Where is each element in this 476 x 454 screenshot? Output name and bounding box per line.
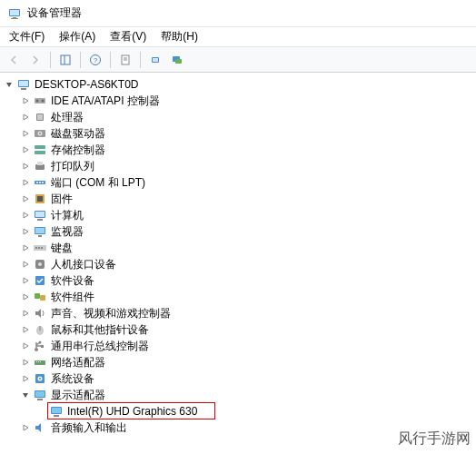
device-label: Intel(R) UHD Graphics 630 bbox=[67, 405, 197, 418]
svg-rect-71 bbox=[54, 415, 59, 417]
tree-category[interactable]: 鼠标和其他指针设备 bbox=[2, 321, 474, 338]
scan-hardware-button[interactable] bbox=[145, 50, 165, 70]
svg-rect-67 bbox=[35, 391, 45, 397]
window-title: 设备管理器 bbox=[27, 5, 82, 21]
tree-category[interactable]: 网络适配器 bbox=[2, 354, 474, 370]
ide-icon bbox=[33, 94, 47, 108]
svg-rect-27 bbox=[35, 151, 45, 154]
expander-icon[interactable] bbox=[18, 241, 33, 255]
svg-rect-37 bbox=[35, 212, 45, 217]
tree-root[interactable]: DESKTOP-AS6KT0D bbox=[2, 76, 474, 93]
category-label: 键盘 bbox=[51, 241, 73, 256]
tree-category[interactable]: 固件 bbox=[2, 191, 474, 207]
category-label: 人机接口设备 bbox=[51, 257, 116, 272]
menu-file[interactable]: 文件(F) bbox=[4, 27, 50, 46]
tree-category[interactable]: 存储控制器 bbox=[2, 142, 474, 158]
menu-actions[interactable]: 操作(A) bbox=[54, 27, 101, 46]
svg-rect-22 bbox=[37, 114, 43, 120]
category-label: 网络适配器 bbox=[51, 355, 105, 370]
tree-category[interactable]: 显示适配器 bbox=[2, 387, 474, 403]
tree-category[interactable]: IDE ATA/ATAPI 控制器 bbox=[2, 93, 474, 109]
expander-icon[interactable] bbox=[18, 257, 33, 271]
category-label: 通用串行总线控制器 bbox=[51, 339, 149, 354]
storage-icon bbox=[33, 143, 47, 157]
expander-icon[interactable] bbox=[2, 77, 16, 92]
expander-icon[interactable] bbox=[18, 159, 33, 173]
svg-point-53 bbox=[35, 348, 38, 351]
category-label: 存储控制器 bbox=[51, 143, 105, 158]
cpu-icon bbox=[33, 110, 47, 124]
tree-category[interactable]: 系统设备 bbox=[2, 370, 474, 387]
expander-icon[interactable] bbox=[18, 94, 33, 108]
expander-icon[interactable] bbox=[18, 273, 33, 288]
svg-rect-40 bbox=[35, 228, 45, 233]
tree-category[interactable]: 监视器 bbox=[2, 223, 474, 240]
tree-category[interactable]: 端口 (COM 和 LPT) bbox=[2, 174, 474, 191]
svg-point-47 bbox=[38, 262, 42, 266]
toolbar-separator bbox=[50, 52, 51, 68]
expander-icon[interactable] bbox=[18, 175, 33, 190]
svg-point-20 bbox=[42, 100, 45, 103]
tree-category[interactable]: 打印队列 bbox=[2, 158, 474, 174]
svg-rect-29 bbox=[37, 162, 43, 165]
svg-rect-26 bbox=[35, 145, 45, 149]
tree-category[interactable]: 软件组件 bbox=[2, 289, 474, 305]
expander-icon[interactable] bbox=[18, 110, 33, 124]
back-button bbox=[4, 50, 24, 70]
category-label: 处理器 bbox=[51, 110, 84, 125]
show-hide-tree-button[interactable] bbox=[55, 50, 75, 70]
category-label: 打印队列 bbox=[51, 159, 94, 174]
menu-help[interactable]: 帮助(H) bbox=[155, 27, 203, 46]
svg-rect-38 bbox=[37, 219, 43, 221]
svg-rect-61 bbox=[38, 361, 39, 362]
expander-icon[interactable] bbox=[18, 143, 33, 157]
titlebar: 设备管理器 bbox=[0, 0, 476, 27]
expander-icon[interactable] bbox=[18, 388, 33, 402]
expander-spacer bbox=[35, 404, 49, 419]
expander-icon[interactable] bbox=[18, 420, 33, 435]
expander-icon[interactable] bbox=[18, 355, 33, 370]
tree-category[interactable]: 声音、视频和游戏控制器 bbox=[2, 305, 474, 321]
expander-icon[interactable] bbox=[18, 290, 33, 304]
toolbar: ? bbox=[0, 47, 476, 73]
help-button[interactable]: ? bbox=[85, 50, 105, 70]
category-label: 监视器 bbox=[51, 224, 84, 240]
tree-category[interactable]: 通用串行总线控制器 bbox=[2, 338, 474, 354]
menubar: 文件(F) 操作(A) 查看(V) 帮助(H) bbox=[0, 27, 476, 47]
tree-device[interactable]: Intel(R) UHD Graphics 630 bbox=[2, 403, 474, 419]
expander-icon[interactable] bbox=[18, 322, 33, 337]
tree-category[interactable]: 处理器 bbox=[2, 109, 474, 125]
devices-printers-button[interactable] bbox=[167, 50, 187, 70]
expander-icon[interactable] bbox=[18, 224, 33, 239]
svg-rect-14 bbox=[175, 59, 182, 64]
category-label: 磁盘驱动器 bbox=[51, 126, 105, 142]
tree-category[interactable]: 键盘 bbox=[2, 240, 474, 256]
svg-point-19 bbox=[36, 100, 39, 103]
svg-point-25 bbox=[39, 133, 41, 134]
svg-point-65 bbox=[39, 378, 41, 380]
expander-icon[interactable] bbox=[18, 208, 33, 222]
category-label: 声音、视频和游戏控制器 bbox=[51, 306, 171, 321]
tree-category[interactable]: 人机接口设备 bbox=[2, 256, 474, 272]
svg-point-32 bbox=[39, 182, 41, 183]
svg-rect-58 bbox=[41, 345, 44, 348]
svg-rect-43 bbox=[35, 247, 37, 249]
tree-category[interactable]: 软件设备 bbox=[2, 272, 474, 289]
expander-icon[interactable] bbox=[18, 339, 33, 353]
svg-rect-12 bbox=[153, 58, 158, 62]
tree-category[interactable]: 磁盘驱动器 bbox=[2, 125, 474, 142]
tree-category[interactable]: 计算机 bbox=[2, 207, 474, 223]
keyboard-icon bbox=[33, 241, 47, 255]
expander-icon[interactable] bbox=[18, 192, 33, 206]
expander-icon[interactable] bbox=[18, 306, 33, 321]
hid-icon bbox=[33, 257, 47, 271]
expander-icon[interactable] bbox=[18, 371, 33, 386]
properties-button[interactable] bbox=[115, 50, 135, 70]
computer-icon bbox=[16, 77, 31, 92]
expander-icon[interactable] bbox=[18, 126, 33, 141]
svg-rect-1 bbox=[10, 10, 19, 15]
svg-rect-59 bbox=[35, 360, 45, 365]
device-tree[interactable]: DESKTOP-AS6KT0DIDE ATA/ATAPI 控制器处理器磁盘驱动器… bbox=[0, 73, 476, 454]
port-icon bbox=[33, 175, 47, 190]
menu-view[interactable]: 查看(V) bbox=[104, 27, 152, 46]
